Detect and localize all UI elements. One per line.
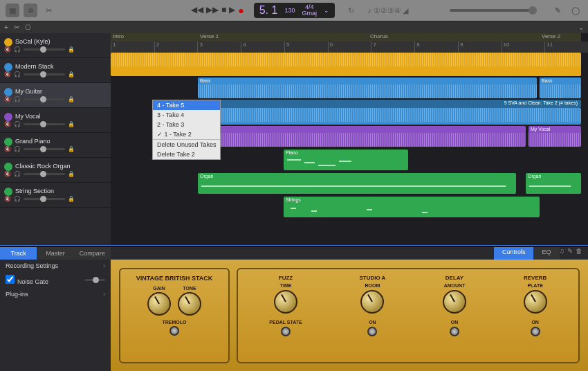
headphones-icon[interactable]: 🎧 (14, 196, 21, 202)
volume-slider[interactable] (24, 198, 65, 200)
lock-icon[interactable]: 🔒 (68, 46, 75, 53)
library-icon[interactable]: ▦ (6, 3, 19, 17)
lcd-display[interactable]: 5. 1 130 4/4Gmaj ⌄ (254, 3, 335, 18)
track-header[interactable]: My Guitar🔇🎧🔒 (0, 83, 111, 108)
record-button[interactable]: ● (238, 5, 244, 16)
track-header[interactable]: My Vocal🔇🎧🔒 (0, 108, 111, 133)
lcd-chevron-icon[interactable]: ⌄ (324, 8, 329, 14)
audio-region[interactable]: My Vocal (529, 126, 581, 147)
plugins-row[interactable]: Plug-ins› (0, 288, 111, 300)
lock-icon[interactable]: 🔒 (68, 121, 75, 127)
volume-slider[interactable] (24, 98, 65, 100)
take-menu-action[interactable]: Delete Unused Takes (153, 140, 220, 150)
mute-button[interactable]: 🔇 (4, 171, 11, 177)
sidebar-tab[interactable]: Compare (74, 247, 111, 260)
midi-region[interactable]: Organ (526, 173, 581, 194)
add-track-button[interactable]: + (4, 24, 8, 31)
audio-region[interactable]: Vocal (206, 126, 526, 147)
play-button[interactable]: ▶ (229, 5, 235, 16)
sidebar-tab[interactable]: Master (37, 247, 73, 260)
take-menu-item[interactable]: 2 - Take 3 (153, 120, 220, 129)
arrangement-marker[interactable]: Chorus (368, 33, 540, 42)
noise-gate-checkbox[interactable] (6, 275, 15, 284)
volume-slider[interactable] (24, 123, 65, 125)
headphones-icon[interactable]: 🎧 (14, 146, 21, 152)
effect-toggle[interactable] (531, 327, 540, 336)
mute-button[interactable]: 🔇 (4, 146, 11, 152)
scissors-icon[interactable]: ✂ (42, 3, 55, 17)
audio-region[interactable] (206, 108, 581, 125)
tremolo-toggle[interactable] (169, 326, 179, 336)
track-header[interactable]: SoCal (Kyle)🔇🎧🔒 (0, 33, 111, 58)
edit-icon[interactable]: ✎ (567, 247, 573, 260)
volume-slider[interactable] (24, 48, 65, 51)
midi-region[interactable]: Strings (284, 197, 540, 217)
audio-region[interactable]: Bass (540, 78, 581, 98)
mute-button[interactable]: 🔇 (4, 71, 11, 78)
effect-knob[interactable] (443, 290, 466, 314)
countdown-icon[interactable]: ①②③④ (380, 3, 394, 17)
arpeggiator-icon[interactable]: ♫ (560, 247, 565, 260)
quick-help-icon[interactable]: ✲ (24, 3, 37, 17)
metronome-icon[interactable]: ◢ (398, 3, 412, 17)
track-header[interactable]: Modern Stack🔇🎧🔒 (0, 58, 111, 83)
midi-region[interactable]: Organ (198, 173, 516, 194)
volume-slider[interactable] (24, 173, 65, 175)
tone-knob[interactable] (178, 292, 201, 316)
headphones-icon[interactable]: 🎧 (14, 171, 21, 177)
noise-gate-slider[interactable] (84, 279, 105, 281)
chevron-icon[interactable]: ⌄ (578, 24, 584, 31)
effect-toggle[interactable] (281, 327, 291, 336)
mute-button[interactable]: 🔇 (4, 121, 11, 127)
arrangement-marker[interactable]: Verse 2 (540, 33, 581, 42)
take-menu-item[interactable]: 4 - Take 5 (153, 100, 220, 110)
lock-icon[interactable]: 🔒 (68, 146, 75, 152)
take-menu-item[interactable]: ✓ 1 - Take 2 (153, 129, 220, 139)
effect-toggle[interactable] (367, 327, 377, 336)
lock-icon[interactable]: 🔒 (68, 96, 75, 102)
recording-settings-row[interactable]: Recording Settings› (0, 260, 111, 272)
mute-button[interactable]: 🔇 (4, 96, 11, 102)
rewind-button[interactable]: ◀◀ (191, 5, 203, 16)
eq-tab[interactable]: EQ (533, 247, 559, 260)
scissors-icon[interactable]: ✂ (14, 24, 19, 31)
mute-button[interactable]: 🔇 (4, 196, 11, 202)
loops-icon[interactable]: ◯ (569, 3, 582, 17)
track-header[interactable]: String Section🔇🎧🔒 (0, 183, 111, 208)
forward-button[interactable]: ▶▶ (206, 5, 219, 16)
delete-icon[interactable]: 🗑 (576, 247, 582, 260)
cycle-icon[interactable]: ↻ (344, 3, 358, 17)
headphones-icon[interactable]: 🎧 (14, 121, 21, 127)
audio-region[interactable]: Bass (198, 78, 537, 98)
track-header[interactable]: Grand Piano🔇🎧🔒 (0, 133, 111, 158)
take-folder-region[interactable]: 9 SVA and Clean: Take 2 (4 takes) (206, 100, 581, 108)
headphones-icon[interactable]: 🎧 (14, 96, 21, 102)
volume-slider[interactable] (24, 148, 65, 150)
stop-button[interactable]: ■ (221, 5, 226, 16)
mute-button[interactable]: 🔇 (4, 46, 11, 53)
arrangement-marker[interactable]: Intro (111, 33, 198, 42)
headphones-icon[interactable]: 🎧 (14, 46, 21, 53)
ruler[interactable]: 1234567891011 (111, 42, 588, 53)
master-volume-slider[interactable] (450, 9, 533, 12)
lock-icon[interactable]: 🔒 (68, 71, 75, 78)
controls-tab[interactable]: Controls (494, 247, 534, 260)
arrange-area[interactable]: IntroVerse 1ChorusVerse 2 1234567891011 … (111, 33, 588, 245)
sidebar-tab[interactable]: Track (0, 247, 37, 260)
volume-slider[interactable] (24, 73, 65, 75)
noise-gate-row[interactable]: Noise Gate (0, 272, 111, 288)
headphones-icon[interactable]: 🎧 (14, 71, 21, 78)
notes-icon[interactable]: ✎ (551, 3, 564, 17)
track-header[interactable]: Classic Rock Organ🔇🎧🔒 (0, 158, 111, 183)
effect-knob[interactable] (274, 290, 297, 314)
take-menu-action[interactable]: Delete Take 2 (153, 150, 220, 159)
arrangement-marker[interactable]: Verse 1 (198, 33, 368, 42)
effect-toggle[interactable] (450, 327, 459, 336)
effect-knob[interactable] (524, 290, 547, 314)
lock-icon[interactable]: 🔒 (68, 171, 75, 177)
effect-knob[interactable] (360, 290, 384, 314)
automation-icon[interactable]: ⎔ (25, 24, 31, 31)
audio-region[interactable] (111, 53, 581, 76)
lock-icon[interactable]: 🔒 (68, 196, 75, 202)
midi-region[interactable]: Piano (284, 150, 408, 170)
